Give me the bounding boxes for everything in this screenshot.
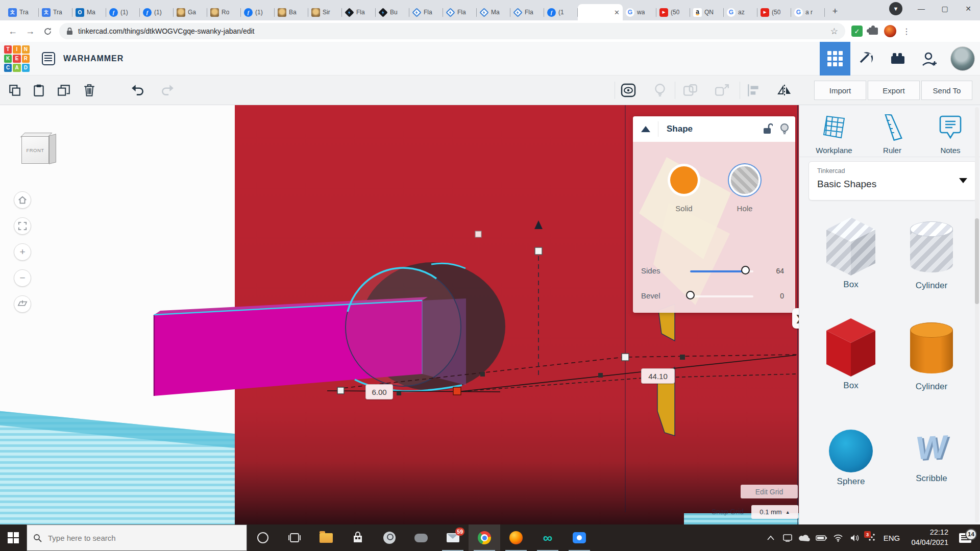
- browser-menu-icon[interactable]: ⋮: [902, 27, 911, 36]
- view-cube-front[interactable]: FRONT: [21, 136, 49, 164]
- taskbar-search[interactable]: [27, 524, 247, 551]
- battery-button[interactable]: [813, 535, 829, 541]
- tab-facebook[interactable]: (1): [106, 4, 140, 20]
- language-indicator[interactable]: ENG: [880, 534, 903, 542]
- shape-item-scribble[interactable]: W Scribble: [896, 422, 967, 484]
- tab-facebook[interactable]: (1): [241, 4, 275, 20]
- bevel-slider-handle[interactable]: [686, 291, 695, 299]
- notes-tool[interactable]: Notes: [922, 114, 978, 155]
- extension-check-icon[interactable]: [851, 26, 863, 37]
- sides-slider-handle[interactable]: [741, 266, 750, 274]
- import-button[interactable]: Import: [814, 81, 866, 100]
- fit-view-button[interactable]: [14, 217, 31, 235]
- extensions-puzzle-icon[interactable]: [869, 28, 878, 35]
- export-button[interactable]: Export: [868, 81, 920, 100]
- cast-button[interactable]: [779, 534, 796, 542]
- tab-outlook[interactable]: Ma: [72, 4, 106, 20]
- workplane-toggle-button[interactable]: [14, 295, 31, 313]
- tray-app-button[interactable]: 3: [863, 533, 880, 542]
- shape-library-dropdown[interactable]: Tinkercad Basic Shapes: [808, 161, 977, 201]
- paste-button[interactable]: [31, 83, 46, 98]
- tab-facebook[interactable]: (1): [140, 4, 174, 20]
- delete-button[interactable]: [82, 83, 97, 98]
- mirror-button[interactable]: [777, 83, 792, 98]
- duplicate-button[interactable]: [56, 83, 71, 98]
- tab-forum[interactable]: Sir: [308, 4, 342, 20]
- video-app-button[interactable]: [564, 524, 595, 551]
- omnibox[interactable]: tinkercad.com/things/dtkWOGVCgqe-swanky-…: [59, 23, 845, 39]
- notification-center-button[interactable]: 14: [950, 533, 980, 543]
- hole-option[interactable]: Hole: [714, 152, 775, 213]
- shape-item-box-hole[interactable]: Box: [815, 217, 887, 290]
- shape-item-cylinder-solid[interactable]: Cylinder: [896, 321, 967, 392]
- tab-flashforge[interactable]: Fla: [443, 4, 477, 20]
- tab-amazon[interactable]: QN: [690, 4, 724, 20]
- ungroup-button[interactable]: [715, 83, 730, 98]
- bookmark-star-icon[interactable]: ☆: [830, 26, 838, 37]
- sidebar-scrollbar-thumb[interactable]: [975, 218, 979, 304]
- design-menu-icon[interactable]: [42, 52, 55, 65]
- search-input[interactable]: [47, 533, 220, 543]
- solid-option[interactable]: Solid: [653, 152, 715, 213]
- lego-export-button[interactable]: [882, 42, 914, 76]
- minecraft-export-button[interactable]: [850, 42, 882, 76]
- chrome-button[interactable]: [469, 524, 500, 551]
- tab-forum[interactable]: Ro: [207, 4, 241, 20]
- start-button[interactable]: [0, 524, 27, 551]
- unlock-icon[interactable]: [763, 123, 773, 135]
- tab-google-search[interactable]: az: [724, 4, 757, 20]
- send-to-button[interactable]: Send To: [921, 81, 972, 100]
- tab-flashprint[interactable]: Bu: [376, 4, 409, 20]
- firefox-button[interactable]: [500, 524, 532, 551]
- view-home-button[interactable]: [14, 191, 31, 209]
- tab-flashforge[interactable]: Fla: [510, 4, 544, 20]
- toggle-visibility-button[interactable]: [621, 83, 636, 98]
- wifi-button[interactable]: [829, 534, 846, 542]
- task-view-button[interactable]: [279, 524, 310, 551]
- lighting-button[interactable]: [652, 83, 668, 98]
- maximize-button[interactable]: ▢: [933, 5, 957, 13]
- tab-youtube[interactable]: (50: [656, 4, 690, 20]
- user-avatar[interactable]: [950, 46, 975, 71]
- tab-tinkercad-active[interactable]: [578, 4, 623, 20]
- tab-flashforge[interactable]: Ma: [477, 4, 510, 20]
- workplane-tool[interactable]: Workplane: [806, 114, 862, 155]
- ruler-tool[interactable]: Ruler: [864, 114, 920, 155]
- design-title[interactable]: WARHAMMER: [63, 54, 124, 63]
- back-button[interactable]: ←: [4, 22, 21, 40]
- hide-lightbulb-icon[interactable]: [780, 123, 789, 135]
- edit-grid-button[interactable]: Edit Grid: [741, 485, 798, 498]
- shape-item-sphere[interactable]: Sphere: [815, 422, 887, 487]
- file-explorer-button[interactable]: [310, 524, 342, 551]
- view-cube[interactable]: FRONT: [20, 131, 58, 168]
- browser-profile-avatar[interactable]: [884, 25, 896, 37]
- snap-grid-dropdown[interactable]: 0.1 mm▲: [751, 505, 798, 519]
- store-button[interactable]: [342, 524, 374, 551]
- tab-google-search[interactable]: a r: [791, 4, 825, 20]
- tab-facebook[interactable]: (1: [544, 4, 578, 20]
- tab-flashforge[interactable]: Fla: [409, 4, 443, 20]
- cortana-button[interactable]: [247, 524, 279, 551]
- minimize-button[interactable]: —: [910, 5, 933, 13]
- capture-app-button[interactable]: ∞: [532, 524, 564, 551]
- invite-collaborator-button[interactable]: [914, 42, 945, 76]
- tab-youtube[interactable]: (50: [757, 4, 791, 20]
- tab-forum[interactable]: Ba: [275, 4, 308, 20]
- tab-flashprint[interactable]: Fla: [342, 4, 376, 20]
- solid-swatch-icon[interactable]: [670, 166, 698, 194]
- dimension-length-label[interactable]: 44.10: [641, 368, 675, 384]
- align-button[interactable]: [746, 83, 762, 98]
- group-button[interactable]: [683, 83, 698, 98]
- steam-button[interactable]: [374, 524, 405, 551]
- tab-translate[interactable]: Tra: [5, 4, 39, 20]
- forward-button[interactable]: →: [21, 22, 39, 40]
- redo-button[interactable]: [160, 83, 175, 98]
- zoom-in-button[interactable]: +: [14, 243, 31, 261]
- sidebar-scrollbar[interactable]: [975, 107, 979, 522]
- tab-google-search[interactable]: wa: [623, 4, 656, 20]
- volume-button[interactable]: [846, 534, 863, 542]
- mail-button[interactable]: 59: [437, 524, 469, 551]
- tinkercad-logo[interactable]: TIN KER CAD: [4, 45, 30, 72]
- browser-updates-icon[interactable]: ▼: [889, 2, 902, 15]
- hole-swatch-icon[interactable]: [731, 166, 758, 194]
